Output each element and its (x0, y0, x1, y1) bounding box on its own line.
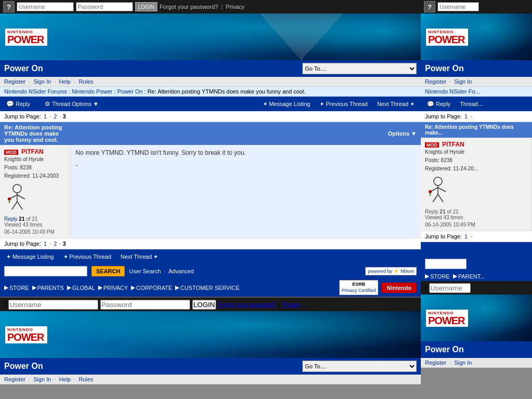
privacy-link[interactable]: Privacy (225, 4, 244, 10)
bottom-username-input[interactable] (8, 300, 98, 310)
forgot-password-link[interactable]: Forgot your password? (159, 4, 218, 10)
breadcrumb-forum[interactable]: Nintendo NSider Forums (4, 88, 67, 95)
parents-link[interactable]: ▶ PARENTS (32, 284, 64, 291)
help-link[interactable]: Help (59, 78, 71, 85)
author-name[interactable]: PITFAN (21, 148, 44, 155)
nav-links: Register · Sign In · Help · Rules (0, 77, 421, 87)
bottom-sign-in-link[interactable]: Sign In (33, 376, 51, 382)
help-icon[interactable]: ? (3, 1, 15, 12)
username-input[interactable] (17, 2, 74, 11)
side-logo: NINTENDO POWER (426, 29, 468, 46)
forum-title: Power On (4, 64, 43, 73)
breadcrumb-thread-cat[interactable]: Power On (117, 88, 143, 95)
post-header-row: Re: Attention posting YTMNDs does make y… (0, 122, 421, 145)
message-listing-button[interactable]: ✦ Message Listing (260, 100, 314, 109)
search-button[interactable]: SEARCH (91, 266, 125, 276)
password-input[interactable] (76, 2, 133, 11)
side-post-table: Re: Attention posting YTMNDs does make..… (421, 122, 532, 231)
bottom-password-input[interactable] (100, 300, 190, 310)
side-footer-nav: ▶ STORE ▶ PARENT... (421, 271, 532, 281)
previous-thread-button-bottom[interactable]: ✦ Previous Thread (60, 252, 115, 261)
register-link[interactable]: Register (4, 78, 25, 85)
side-parents-link[interactable]: ▶ PARENT... (453, 273, 485, 280)
store-link[interactable]: ▶ STORE (4, 284, 29, 291)
side-bottom-forum-header: Power On (421, 341, 532, 358)
global-link[interactable]: ▶ GLOBAL (67, 284, 95, 291)
previous-thread-button-top[interactable]: ✦ Previous Thread (316, 100, 371, 109)
login-button[interactable]: LOGIN (135, 2, 157, 11)
reply-button[interactable]: 💬 Reply (3, 99, 33, 109)
side-page-1[interactable]: 1 (464, 113, 468, 119)
side-thread-options-button[interactable]: Thread... (457, 100, 486, 108)
side-breadcrumb-forum[interactable]: Nintendo NSider Fo... (425, 88, 480, 95)
side-help-icon[interactable]: ? (424, 1, 435, 12)
advanced-search-link[interactable]: Advanced (168, 268, 194, 274)
side-post-header: Re: Attention posting YTMNDs does make..… (421, 122, 532, 138)
side-breadcrumb: Nintendo NSider Fo... (421, 87, 532, 97)
previous-thread-label-top: Previous Thread (326, 101, 368, 107)
global-arrow-icon: ▶ (67, 284, 71, 291)
message-listing-button-bottom[interactable]: ✦ Message Listing (3, 252, 57, 261)
post-timestamp: 06-14-2005 10:49 PM (4, 229, 66, 235)
side-username-input[interactable] (437, 2, 479, 11)
next-thread-button-top[interactable]: Next Thread ✦ (374, 100, 418, 109)
bottom-rules-link[interactable]: Rules (78, 376, 93, 382)
prev-icon-bottom: ✦ (63, 254, 68, 260)
bottom-forum-header: Power On Go To.... (0, 358, 421, 375)
options-header: Options ▼ (70, 122, 421, 145)
side-store-link[interactable]: ▶ STORE (425, 273, 450, 280)
corporate-link[interactable]: ▶ CORPORATE (131, 284, 172, 291)
side-bottom-help-icon[interactable]: ? (424, 285, 427, 291)
page-2-link-bottom[interactable]: 2 (54, 241, 57, 247)
page-1-link-top[interactable]: 1 (44, 113, 47, 119)
next-thread-button-bottom[interactable]: Next Thread ✦ (117, 252, 161, 261)
svg-line-12 (433, 194, 438, 202)
bottom-help-link[interactable]: Help (59, 376, 71, 382)
privacy-arrow-icon: ▶ (98, 284, 102, 291)
svg-point-0 (13, 184, 21, 193)
customer-service-link[interactable]: ▶ CUSTOMER SERVICE (175, 284, 240, 291)
bottom-register-link[interactable]: Register (4, 376, 25, 382)
side-mod-badge: MOD (425, 142, 439, 148)
bottom-help-icon[interactable]: ? (3, 301, 6, 308)
bottom-goto-select[interactable]: Go To.... (302, 361, 417, 372)
side-bottom-username[interactable] (429, 283, 471, 293)
footer-badges: ESRB Privacy Certified Nintendo (339, 280, 417, 295)
top-login-bar: ? LOGIN Forgot your password? | Privacy (0, 0, 421, 14)
privacy-footer-link[interactable]: ▶ PRIVACY (98, 284, 128, 291)
side-post-row: MOD PITFAN Knights of Hyrule Posts: 8238… (421, 138, 532, 231)
goto-select[interactable]: Go To.... Power On NsiderForums (302, 63, 417, 74)
user-search-link[interactable]: User Search (129, 268, 161, 274)
page-2-link-top[interactable]: 2 (54, 113, 57, 119)
search-input[interactable] (4, 266, 87, 276)
side-search-input[interactable] (425, 259, 467, 269)
bottom-login-bar: ? LOGIN Forgot your password? | Privacy (0, 298, 421, 311)
bottom-forgot-password-link[interactable]: Forgot your password? (218, 301, 277, 308)
reply-link[interactable]: Reply (4, 216, 18, 222)
side-reply-button[interactable]: 💬 Reply (424, 100, 454, 109)
bottom-privacy-link[interactable]: Privacy (282, 301, 301, 308)
mod-badge: MOD (4, 150, 18, 155)
bottom-logo-bottom: POWER (7, 332, 44, 342)
svg-line-13 (438, 194, 443, 202)
thread-options-button[interactable]: ⚙ Thread Options ▼ (42, 99, 102, 109)
bottom-login-button[interactable]: LOGIN (192, 300, 216, 310)
jump-to-page-top: Jump to Page: 1 · 2 · 3 (0, 111, 421, 122)
sign-in-link[interactable]: Sign In (33, 78, 51, 85)
page-1-link-bottom[interactable]: 1 (44, 241, 47, 247)
rules-link[interactable]: Rules (78, 78, 93, 85)
post-table: Re: Attention posting YTMNDs does make y… (0, 122, 421, 238)
author-rank: Knights of Hyrule (4, 155, 66, 164)
breadcrumb-subforum[interactable]: Nintendo Power (72, 88, 112, 95)
side-register-link[interactable]: Register (425, 78, 446, 85)
side-sign-in-link[interactable]: Sign In (454, 78, 472, 85)
next-icon-bottom: ✦ (153, 254, 158, 260)
store-arrow-icon: ▶ (4, 284, 8, 291)
options-dropdown-icon: ▼ (411, 130, 417, 137)
side-author-name[interactable]: PITFAN (442, 141, 464, 148)
side-thread-bar: 💬 Reply Thread... (421, 97, 532, 111)
side-banner: NINTENDO POWER (421, 14, 532, 60)
side-author-info: Knights of Hyrule Posts: 8238 Registered… (425, 148, 527, 173)
bottom-logo: NINTENDO POWER (5, 326, 47, 343)
badge-area: ESRB Privacy Certified Nintendo (339, 280, 417, 295)
